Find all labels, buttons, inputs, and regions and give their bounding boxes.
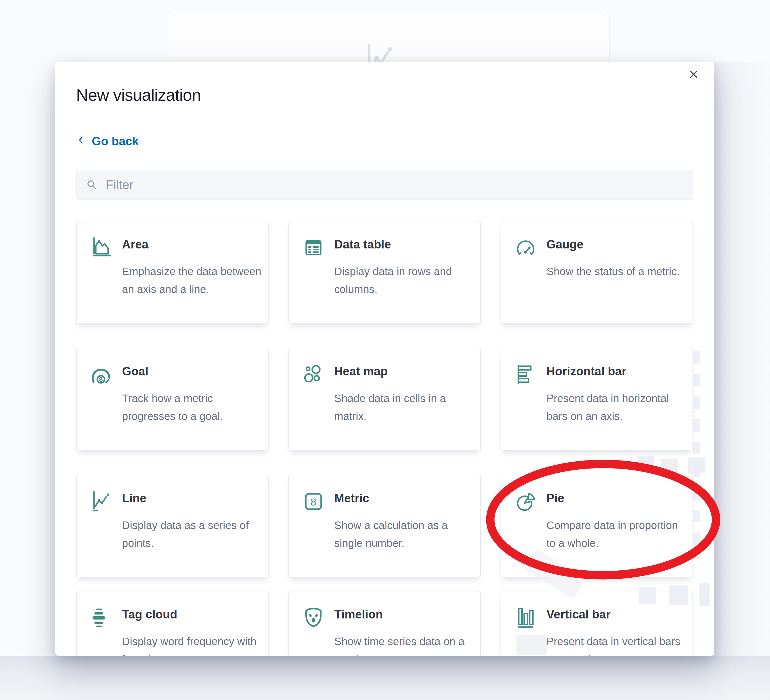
vis-card-data-table[interactable]: Data tableDisplay data in rows and colum…: [288, 221, 481, 324]
gauge-icon: [514, 236, 537, 323]
page-bottom-band: [0, 656, 770, 700]
card-text: PieCompare data in proportion to a whole…: [547, 490, 686, 577]
faded-block: [669, 585, 688, 605]
page-background: { "modal": { "title": "New visualization…: [0, 0, 770, 700]
card-text: MetricShow a calculation as a single num…: [334, 490, 474, 577]
card-text: GoalTrack how a metric progresses to a g…: [122, 363, 262, 450]
card-description: Present data in horizontal bars on an ax…: [547, 389, 686, 425]
card-description: Display word frequency with font size.: [122, 632, 262, 656]
card-title: Line: [122, 491, 262, 505]
faded-block: [688, 457, 705, 473]
faded-block: [516, 635, 547, 655]
vis-card-line[interactable]: LineDisplay data as a series of points.: [76, 475, 269, 577]
card-title: Metric: [334, 491, 474, 505]
card-title: Pie: [547, 491, 686, 505]
close-button[interactable]: [686, 67, 701, 82]
area-chart-icon: [90, 236, 113, 323]
tag-cloud-icon: [90, 606, 113, 656]
card-text: AreaEmphasize the data between an axis a…: [122, 236, 262, 323]
card-title: Goal: [122, 365, 262, 378]
faded-block: [639, 587, 656, 604]
card-title: Timelion: [334, 608, 474, 621]
vis-card-tag-cloud[interactable]: Tag cloudDisplay word frequency with fon…: [76, 591, 269, 656]
line-chart-icon: [90, 490, 113, 577]
filter-search-box: [76, 170, 693, 200]
card-description: Show time series data on a graph.: [334, 632, 474, 656]
svg-text:8: 8: [311, 496, 316, 508]
faded-block: [637, 456, 654, 470]
timelion-icon: [302, 606, 325, 656]
vis-card-timelion[interactable]: TimelionShow time series data on a graph…: [288, 591, 481, 656]
card-text: Horizontal barPresent data in horizontal…: [547, 363, 686, 450]
card-text: GaugeShow the status of a metric.: [547, 236, 680, 323]
metric-icon: 8: [302, 490, 325, 577]
close-icon: [687, 78, 700, 82]
faded-dashed-strip: [693, 351, 700, 559]
card-text: Heat mapShade data in cells in a matrix.: [334, 363, 474, 450]
card-description: Show the status of a metric.: [547, 262, 680, 280]
faded-block: [699, 583, 710, 606]
card-row: AreaEmphasize the data between an axis a…: [76, 221, 693, 324]
card-text: Tag cloudDisplay word frequency with fon…: [122, 606, 262, 656]
new-visualization-modal: New visualization Go back AreaEmphasize …: [55, 62, 714, 656]
vis-card-gauge[interactable]: GaugeShow the status of a metric.: [501, 221, 693, 324]
faded-block: [661, 459, 678, 472]
data-table-icon: [302, 236, 325, 323]
card-title: Vertical bar: [547, 608, 686, 621]
vis-card-horizontal-bar[interactable]: Horizontal barPresent data in horizontal…: [501, 348, 693, 450]
vis-card-heat-map[interactable]: Heat mapShade data in cells in a matrix.: [288, 348, 481, 450]
vis-card-metric[interactable]: 8MetricShow a calculation as a single nu…: [288, 475, 481, 577]
card-description: Display data in rows and columns.: [334, 262, 474, 298]
vis-card-goal[interactable]: 8GoalTrack how a metric progresses to a …: [76, 348, 269, 450]
card-text: TimelionShow time series data on a graph…: [334, 606, 474, 656]
card-description: Compare data in proportion to a whole.: [547, 516, 686, 552]
card-text: Data tableDisplay data in rows and colum…: [334, 236, 474, 323]
card-description: Track how a metric progresses to a goal.: [122, 389, 262, 425]
goal-icon: 8: [90, 363, 113, 450]
card-title: Data table: [334, 238, 474, 251]
card-text: LineDisplay data as a series of points.: [122, 490, 262, 577]
card-title: Horizontal bar: [547, 365, 686, 378]
chevron-left-icon: [76, 134, 86, 148]
card-description: Emphasize the data between an axis and a…: [122, 262, 262, 298]
vis-card-area[interactable]: AreaEmphasize the data between an axis a…: [76, 221, 269, 324]
heat-map-icon: [302, 363, 325, 450]
horizontal-bar-icon: [514, 363, 537, 450]
card-title: Heat map: [334, 365, 474, 378]
go-back-label: Go back: [92, 134, 139, 148]
card-title: Area: [122, 238, 262, 251]
card-description: Show a calculation as a single number.: [334, 516, 474, 552]
card-title: Gauge: [547, 238, 680, 251]
card-row: 8GoalTrack how a metric progresses to a …: [76, 348, 693, 450]
card-description: Display data as a series of points.: [122, 516, 262, 552]
page-title: New visualization: [76, 85, 201, 105]
card-text: Vertical barPresent data in vertical bar…: [547, 606, 686, 656]
page-right-gutter: [714, 62, 770, 656]
search-icon: [85, 178, 98, 191]
card-title: Tag cloud: [122, 608, 262, 621]
card-description: Shade data in cells in a matrix.: [334, 389, 474, 425]
svg-text:8: 8: [99, 376, 103, 383]
go-back-link[interactable]: Go back: [76, 134, 139, 148]
card-row: Tag cloudDisplay word frequency with fon…: [76, 591, 693, 656]
filter-input[interactable]: [105, 177, 684, 192]
card-description: Present data in vertical bars on an axis…: [547, 632, 686, 656]
card-row: LineDisplay data as a series of points. …: [76, 475, 693, 577]
